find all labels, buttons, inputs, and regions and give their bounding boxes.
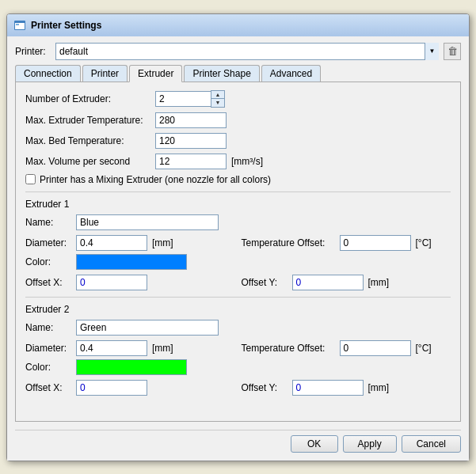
extruder2-diameter-input[interactable]	[76, 340, 147, 356]
max-extruder-temp-input[interactable]	[155, 112, 227, 128]
svg-rect-2	[16, 24, 19, 25]
extruder1-color-label: Color:	[25, 256, 73, 267]
title-bar: Printer Settings	[7, 14, 469, 36]
extruder2-diameter-temp-row: Diameter: [mm] Temperature Offset: [°C]	[25, 340, 451, 356]
extruder1-color-picker[interactable]	[76, 254, 187, 270]
max-volume-label: Max. Volume per second	[25, 156, 152, 167]
tab-content: Number of Extruder: ▲ ▼ Max. Extruder Te…	[15, 82, 461, 422]
extruder2-diameter-unit: [mm]	[152, 343, 173, 354]
extruder2-temp-offset-label: Temperature Offset:	[242, 343, 337, 354]
spinner-down-button[interactable]: ▼	[211, 99, 224, 107]
max-volume-input[interactable]	[155, 154, 227, 169]
tab-extruder[interactable]: Extruder	[129, 65, 182, 82]
num-extruder-spinner: ▲ ▼	[155, 90, 225, 108]
extruder1-temp-offset-label: Temperature Offset:	[242, 237, 337, 248]
extruder1-temp-offset-col: Temperature Offset: [°C]	[242, 235, 451, 251]
max-extruder-temp-label: Max. Extruder Temperature:	[25, 115, 152, 126]
window-body: Printer: default ▼ 🗑 Connection Printer …	[7, 36, 469, 461]
max-bed-temp-input[interactable]	[155, 133, 227, 149]
extruder1-temp-offset-input[interactable]	[340, 235, 411, 251]
printer-select[interactable]: default	[55, 43, 439, 60]
extruder1-section: Extruder 1 Name: Diameter: [mm] Temperat…	[25, 191, 451, 290]
printer-row: Printer: default ▼ 🗑	[15, 43, 461, 60]
extruder1-diameter-col: Diameter: [mm]	[25, 235, 235, 251]
extruder2-color-row: Color:	[25, 359, 451, 375]
extruder2-offsetx-col: Offset X:	[25, 380, 235, 396]
max-bed-temp-label: Max. Bed Temperature:	[25, 135, 152, 146]
extruder2-diameter-col: Diameter: [mm]	[25, 340, 235, 356]
extruder1-offset-row: Offset X: Offset Y: [mm]	[25, 275, 451, 290]
cancel-button[interactable]: Cancel	[402, 435, 461, 453]
max-bed-temp-row: Max. Bed Temperature:	[25, 133, 451, 149]
tab-advanced[interactable]: Advanced	[261, 65, 321, 82]
max-extruder-temp-row: Max. Extruder Temperature:	[25, 112, 451, 128]
extruder2-color-picker[interactable]	[76, 359, 187, 375]
max-volume-row: Max. Volume per second [mm³/s]	[25, 154, 451, 169]
spinner-up-button[interactable]: ▲	[211, 91, 224, 99]
extruder1-diameter-input[interactable]	[76, 235, 147, 251]
extruder1-temp-offset-unit: [°C]	[416, 237, 432, 248]
spinner-buttons: ▲ ▼	[211, 90, 225, 108]
num-extruder-row: Number of Extruder: ▲ ▼	[25, 90, 451, 108]
num-extruder-label: Number of Extruder:	[25, 93, 152, 104]
extruder1-name-input[interactable]	[76, 214, 219, 230]
extruder1-offsety-label: Offset Y:	[242, 277, 289, 288]
tab-printer[interactable]: Printer	[82, 65, 128, 82]
extruder1-name-label: Name:	[25, 217, 73, 228]
extruder2-diameter-label: Diameter:	[25, 343, 73, 354]
extruder2-name-row: Name:	[25, 320, 451, 336]
extruder2-temp-offset-unit: [°C]	[416, 343, 432, 354]
extruder1-offsety-input[interactable]	[292, 275, 364, 290]
tab-printer-shape[interactable]: Printer Shape	[184, 65, 259, 82]
window-title: Printer Settings	[31, 20, 101, 31]
extruder1-offsetx-label: Offset X:	[25, 277, 73, 288]
extruder1-offsetx-col: Offset X:	[25, 275, 235, 290]
extruder1-color-row: Color:	[25, 254, 451, 270]
extruder2-offsety-input[interactable]	[292, 380, 364, 396]
extruder2-offsety-label: Offset Y:	[242, 382, 289, 393]
max-volume-unit: [mm³/s]	[231, 156, 263, 167]
extruder2-name-input[interactable]	[76, 320, 219, 336]
button-row: OK Apply Cancel	[15, 430, 461, 453]
printer-label: Printer:	[15, 46, 51, 57]
extruder1-offsety-col: Offset Y: [mm]	[242, 275, 451, 290]
ok-button[interactable]: OK	[291, 435, 338, 453]
extruder2-color-label: Color:	[25, 362, 73, 373]
mixing-extruder-label: Printer has a Mixing Extruder (one nozzl…	[40, 174, 271, 185]
extruder1-name-row: Name:	[25, 214, 451, 230]
extruder1-offset-unit: [mm]	[368, 277, 390, 288]
extruder2-temp-offset-col: Temperature Offset: [°C]	[242, 340, 451, 356]
tabs: Connection Printer Extruder Printer Shap…	[15, 65, 461, 82]
extruder2-temp-offset-input[interactable]	[340, 340, 411, 356]
extruder2-offsetx-label: Offset X:	[25, 382, 73, 393]
printer-select-wrapper: default ▼	[55, 43, 439, 60]
mixing-extruder-checkbox[interactable]	[25, 174, 36, 184]
extruder2-offset-unit: [mm]	[368, 382, 390, 393]
extruder2-offset-row: Offset X: Offset Y: [mm]	[25, 380, 451, 396]
tab-connection[interactable]: Connection	[15, 65, 81, 82]
apply-button[interactable]: Apply	[343, 435, 397, 453]
num-extruder-input[interactable]	[155, 91, 211, 107]
mixing-extruder-row: Printer has a Mixing Extruder (one nozzl…	[25, 174, 451, 185]
extruder1-diameter-label: Diameter:	[25, 237, 73, 248]
extruder1-diameter-unit: [mm]	[152, 237, 173, 248]
extruder2-title: Extruder 2	[25, 304, 451, 315]
extruder2-section: Extruder 2 Name: Diameter: [mm] Temperat…	[25, 297, 451, 396]
extruder2-offsety-col: Offset Y: [mm]	[242, 380, 451, 396]
trash-icon: 🗑	[447, 45, 458, 57]
window-icon	[13, 19, 26, 32]
extruder1-title: Extruder 1	[25, 199, 451, 210]
delete-printer-button[interactable]: 🗑	[444, 43, 461, 60]
extruder1-offsetx-input[interactable]	[76, 275, 147, 290]
extruder2-offsetx-input[interactable]	[76, 380, 147, 396]
extruder2-name-label: Name:	[25, 322, 73, 333]
extruder1-diameter-temp-row: Diameter: [mm] Temperature Offset: [°C]	[25, 235, 451, 251]
printer-settings-window: Printer Settings Printer: default ▼ 🗑 Co…	[6, 13, 470, 461]
